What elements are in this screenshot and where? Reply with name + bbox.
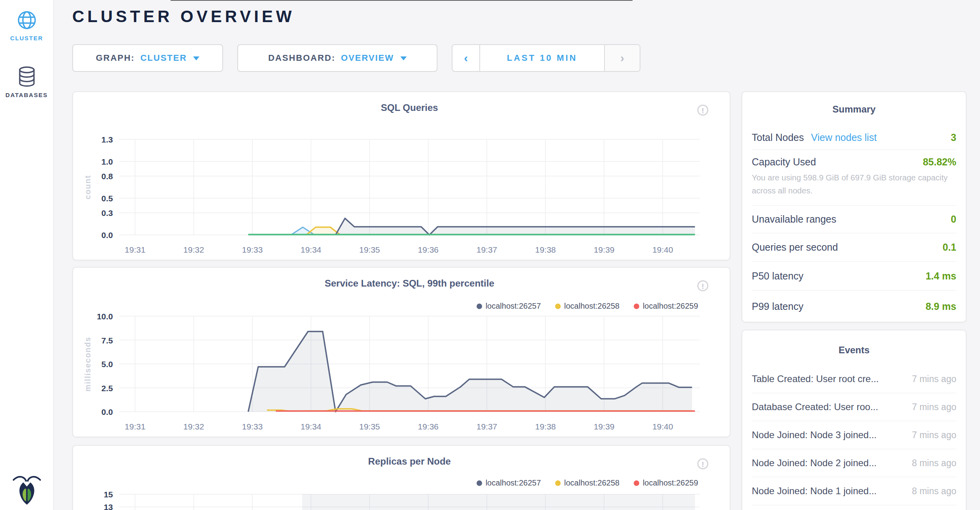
legend-item: localhost:26257: [477, 478, 541, 488]
time-range-value[interactable]: LAST 10 MIN: [480, 45, 604, 71]
y-axis-tick-label: 1.3: [101, 135, 113, 144]
summary-row-label: Unavailable ranges: [752, 214, 836, 225]
sidebar-item-cluster[interactable]: CLUSTER: [0, 10, 53, 41]
info-icon[interactable]: !: [697, 280, 708, 291]
x-axis-tick-label: 19:33: [242, 245, 263, 254]
y-axis-tick-label: 13: [104, 502, 113, 510]
graph-dropdown-value: CLUSTER: [140, 53, 187, 63]
summary-row: Unavailable ranges0: [752, 206, 956, 233]
series-localhost:26257: [248, 332, 692, 412]
time-range-selector: ‹ LAST 10 MIN ›: [452, 44, 640, 72]
summary-row: P99 latency8.9 ms: [752, 291, 956, 322]
y-axis-tick-label: 0.0: [101, 231, 113, 240]
legend-label: localhost:26259: [643, 478, 698, 488]
event-timestamp: 8 mins ago: [912, 486, 956, 497]
chart-title: Replicas per Node: [119, 456, 700, 467]
x-axis-tick-label: 19:32: [183, 245, 204, 254]
summary-row-subtext: You are using 598.9 GiB of 697.9 GiB sto…: [752, 171, 948, 197]
chart-legend: localhost:26257localhost:26258localhost:…: [477, 302, 698, 311]
summary-row-value: 0: [951, 214, 956, 225]
series-yellow: [306, 227, 340, 235]
sidebar-item-label: DATABASES: [0, 92, 53, 98]
x-axis-tick-label: 19:35: [359, 422, 380, 431]
events-panel: Events Table Created: User root cre...7 …: [742, 330, 967, 510]
summary-title: Summary: [742, 104, 966, 115]
event-timestamp: 7 mins ago: [912, 402, 956, 412]
sql-queries-chart-card: SQL Queries ! count 0.00.30.50.81.01.319…: [72, 91, 730, 261]
graph-dropdown[interactable]: GRAPH: CLUSTER: [72, 44, 223, 72]
chart-canvas: 151319:3119:3219:3319:3419:3519:3619:371…: [73, 446, 731, 510]
x-axis-tick-label: 19:37: [477, 245, 498, 254]
sidebar-item-databases[interactable]: DATABASES: [0, 66, 53, 98]
legend-dot-icon: [555, 304, 561, 309]
cluster-overview-page: CLUSTER DATABASES: [0, 0, 980, 510]
dashboard-dropdown-value: OVERVIEW: [341, 53, 394, 63]
y-axis-tick-label: 0.0: [101, 407, 113, 416]
event-timestamp: 8 mins ago: [912, 458, 956, 469]
legend-item: localhost:26257: [477, 302, 541, 311]
x-axis-tick-label: 19:32: [183, 422, 204, 431]
series-localhost:26258: [267, 409, 692, 411]
summary-row-label: Total NodesView nodes list: [752, 132, 877, 143]
legend-item: localhost:26259: [634, 478, 698, 488]
dashboard-dropdown-label: DASHBOARD:: [268, 53, 335, 63]
y-axis-tick-label: 0.8: [101, 172, 113, 181]
events-list: Table Created: User root cre...7 mins ag…: [752, 365, 956, 505]
cockroachdb-logo: [0, 473, 53, 510]
event-row[interactable]: Node Joined: Node 1 joined...8 mins ago: [752, 477, 956, 505]
x-axis-tick-label: 19:34: [300, 245, 321, 254]
chart-legend: localhost:26257localhost:26258localhost:…: [477, 478, 698, 488]
time-range-prev-button[interactable]: ‹: [452, 45, 480, 71]
summary-row-value: 0.1: [942, 242, 956, 253]
summary-row-label: P99 latency: [752, 301, 804, 312]
legend-dot-icon: [477, 480, 482, 486]
replicas-per-node-chart-card: Replicas per Node ! localhost:26257local…: [72, 445, 730, 510]
x-axis-tick-label: 19:40: [652, 245, 673, 254]
chart-canvas: 0.00.30.50.81.01.319:3119:3219:3319:3419…: [73, 92, 731, 261]
legend-dot-icon: [634, 304, 639, 309]
event-text: Node Joined: Node 3 joined...: [752, 429, 877, 441]
sidebar: CLUSTER DATABASES: [0, 0, 54, 510]
view-nodes-list-link[interactable]: View nodes list: [811, 132, 877, 143]
legend-item: localhost:26259: [634, 302, 698, 311]
globe-icon: [17, 24, 37, 31]
summary-row-label: Queries per second: [752, 242, 838, 253]
y-axis-tick-label: 5.0: [101, 360, 113, 369]
info-icon[interactable]: !: [697, 458, 708, 469]
event-row[interactable]: Table Created: User root cre...7 mins ag…: [752, 365, 956, 393]
x-axis-tick-label: 19:36: [418, 245, 439, 254]
summary-row-value: 85.82%: [923, 156, 956, 168]
y-axis-tick-label: 15: [104, 490, 113, 499]
x-axis-tick-label: 19:38: [535, 422, 556, 431]
series-localhost:26257: [302, 494, 695, 510]
summary-row-label: Capacity Used: [752, 156, 816, 168]
y-axis-unit-label: milliseconds: [82, 316, 94, 412]
y-axis-tick-label: 1.0: [101, 157, 113, 166]
summary-row-label: P50 latency: [752, 270, 804, 282]
x-axis-tick-label: 19:38: [535, 245, 556, 254]
event-row[interactable]: Node Joined: Node 3 joined...7 mins ago: [752, 421, 956, 449]
summary-rows: Total NodesView nodes list3Capacity Used…: [752, 125, 956, 322]
legend-item: localhost:26258: [555, 302, 620, 311]
page-title: CLUSTER OVERVIEW: [72, 7, 295, 26]
legend-label: localhost:26257: [486, 478, 541, 488]
chart-title: Service Latency: SQL, 99th percentile: [119, 278, 700, 289]
y-axis-tick-label: 0.5: [101, 194, 113, 203]
x-axis-tick-label: 19:39: [594, 422, 615, 431]
x-axis-tick-label: 19:31: [125, 245, 146, 254]
summary-row: Queries per second0.1: [752, 233, 956, 262]
info-icon[interactable]: !: [697, 105, 708, 116]
legend-label: localhost:26258: [564, 302, 620, 311]
event-row[interactable]: Database Created: User roo...7 mins ago: [752, 393, 956, 421]
event-row[interactable]: Node Joined: Node 2 joined...8 mins ago: [752, 449, 956, 477]
x-axis-tick-label: 19:31: [125, 422, 146, 431]
dashboard-dropdown[interactable]: DASHBOARD: OVERVIEW: [237, 44, 437, 72]
x-axis-tick-label: 19:34: [300, 422, 321, 431]
summary-row: Capacity Used85.82%You are using 598.9 G…: [752, 150, 956, 206]
time-range-next-button[interactable]: ›: [604, 45, 640, 71]
database-icon: [17, 81, 37, 88]
summary-row: Total NodesView nodes list3: [752, 125, 956, 150]
legend-dot-icon: [634, 480, 639, 486]
event-timestamp: 7 mins ago: [912, 374, 956, 384]
event-text: Node Joined: Node 2 joined...: [752, 458, 877, 469]
